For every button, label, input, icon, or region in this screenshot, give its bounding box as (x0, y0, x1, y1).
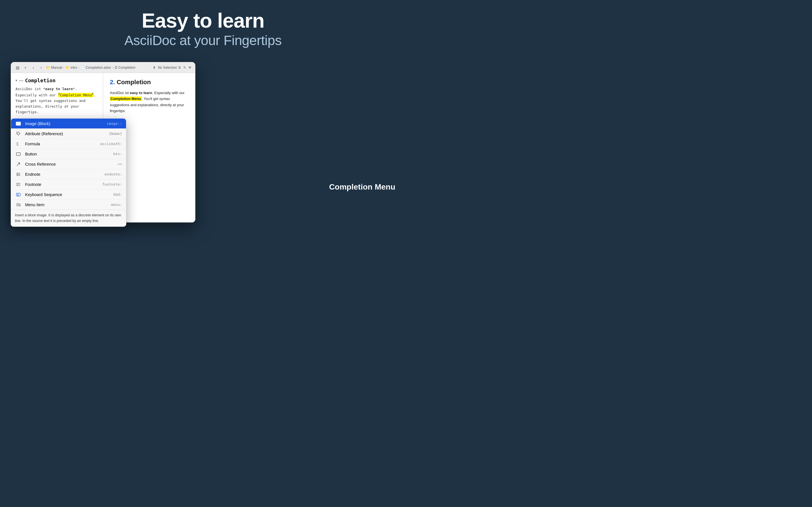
completion-item-0[interactable]: Image (Block) image:: (11, 119, 126, 129)
completion-item-6[interactable]: Footnote footnote: (11, 179, 126, 189)
svg-point-2 (17, 133, 18, 134)
hero-title: Easy to learn (0, 10, 406, 32)
para-text-3: . (94, 93, 96, 97)
completion-item-icon-0 (15, 121, 22, 126)
completion-item-icon-1 (15, 131, 22, 136)
completion-item-name-0: Image (Block) (25, 121, 103, 126)
toolbar: ▤ + ‹ › 📁 Manual › 📁 intro › 📄 Completio… (11, 62, 195, 73)
completion-item-shortcut-6: footnote: (102, 182, 122, 186)
file-icon: 📄 (81, 66, 85, 69)
completion-item-shortcut-2: asciimath: (100, 142, 122, 146)
hash-after: # (92, 93, 93, 96)
section-heading: ▼ == Completion (15, 77, 98, 83)
completion-item-icon-3 (15, 151, 22, 157)
completion-item-shortcut-3: btn: (113, 152, 122, 156)
para-text-1: AsciiDoc ist * (15, 87, 45, 91)
preview-paragraph: AsciiDoc ist easy to learn. Especially w… (110, 90, 189, 114)
breadcrumb-item-section: ☰ Completion (114, 66, 136, 69)
completion-item-shortcut-8: menu: (111, 203, 122, 207)
para-bold: easy to learn (45, 87, 73, 91)
preview-icon[interactable]: 👁 (188, 66, 192, 69)
sidebar-toggle-button[interactable]: ▤ (14, 64, 20, 71)
completion-item-2[interactable]: Σ Formula asciimath: (11, 139, 126, 149)
preview-heading: 2. Completion (110, 78, 189, 86)
completion-item-name-5: Endnote (25, 172, 101, 177)
completion-item-3[interactable]: Button btn: (11, 149, 126, 159)
chevron-up-down-icon: ⇅ (178, 66, 181, 69)
svg-text:A: A (17, 194, 18, 196)
breadcrumb-item-intro: 📁 intro (65, 66, 77, 69)
completion-item-name-3: Button (25, 152, 110, 156)
completion-item-icon-5 (15, 172, 22, 177)
completion-item-name-6: Footnote (25, 182, 99, 187)
completion-item-icon-4 (15, 161, 22, 167)
completion-item-shortcut-1: {Name} (109, 131, 122, 136)
completion-item-name-2: Formula (25, 142, 97, 146)
hero-subtitle: AsciiDoc at your Fingertips (0, 33, 406, 48)
svg-point-1 (17, 123, 18, 124)
completion-item-shortcut-0: image:: (107, 121, 122, 126)
completion-item-icon-6 (15, 182, 22, 187)
svg-text:Σ: Σ (16, 142, 18, 146)
completion-item-icon-8 (15, 202, 22, 207)
completion-item-name-1: Attribute (Reference) (25, 131, 105, 136)
completion-item-icon-7: A (15, 192, 22, 197)
completion-menu-label: Completion Menu (329, 182, 395, 191)
no-selection: No Selection ⇅ (158, 66, 181, 69)
para-highlight: #Completion Menu# (58, 93, 94, 97)
collapse-triangle[interactable]: ▼ (15, 79, 17, 82)
hero-section: Easy to learn AsciiDoc at your Fingertip… (0, 0, 406, 56)
share-icon: ⬆ (153, 66, 156, 69)
breadcrumb: 📁 Manual › 📁 intro › 📄 Completion.adoc ›… (46, 66, 151, 69)
completion-item-8[interactable]: Menu Item menu: (11, 200, 126, 210)
completion-dropdown: Image (Block) image:: Attribute (Referen… (11, 118, 126, 227)
breadcrumb-item-file: 📄 Completion.adoc (81, 66, 111, 69)
completion-item-4[interactable]: Cross Reference << (11, 159, 126, 169)
add-button[interactable]: + (22, 64, 29, 71)
back-button[interactable]: ‹ (30, 64, 36, 71)
completion-item-shortcut-7: kbd: (113, 192, 122, 196)
forward-button[interactable]: › (38, 64, 44, 71)
completion-item-5[interactable]: Endnote endnote: (11, 169, 126, 179)
folder-icon: 📁 (46, 66, 50, 69)
completion-item-name-4: Cross Reference (25, 162, 114, 166)
breadcrumb-item-manual: 📁 Manual (46, 66, 62, 69)
section-icon: ☰ (114, 66, 117, 69)
completion-item-shortcut-4: << (117, 162, 122, 166)
editor-paragraph: AsciiDoc ist *easy to learn*. Especially… (15, 86, 98, 115)
completion-item-name-7: Keyboard Sequence (25, 192, 110, 197)
completion-item-1[interactable]: Attribute (Reference) {Name} (11, 129, 126, 139)
completion-item-icon-2: Σ (15, 141, 22, 147)
completion-item-shortcut-5: endnote: (104, 172, 122, 176)
svg-rect-4 (16, 153, 20, 156)
completion-item-7[interactable]: A Keyboard Sequence kbd: (11, 189, 126, 200)
completion-item-name-8: Menu Item (25, 203, 108, 207)
completion-tooltip: Insert a block image. It is displayed as… (11, 210, 126, 226)
edit-icon[interactable]: ✎ (183, 66, 186, 69)
toolbar-right: ⬆ No Selection ⇅ ✎ 👁 (153, 66, 192, 69)
folder-icon-2: 📁 (65, 66, 70, 69)
